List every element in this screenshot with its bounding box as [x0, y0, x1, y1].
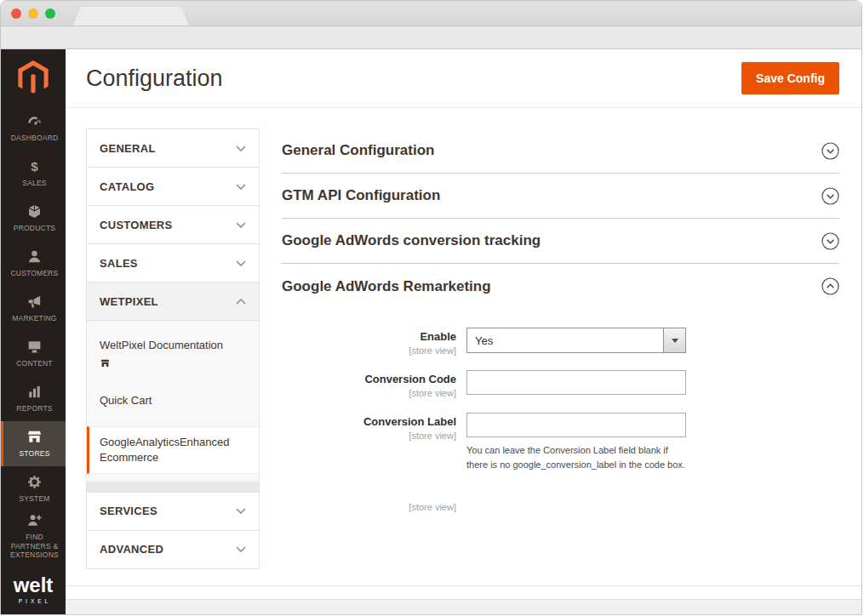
stores-icon: [26, 429, 43, 445]
minimize-window-button[interactable]: [28, 9, 38, 19]
chevron-down-icon: [236, 184, 246, 190]
config-nav-item-googleanalytics-enhanced-ecommerce[interactable]: GoogleAnalyticsEnhanced Ecommerce: [87, 426, 259, 474]
sidebar-item-system[interactable]: SYSTEM: [1, 466, 66, 511]
config-nav-section-sales[interactable]: SALES: [87, 244, 259, 282]
scope-label: [store view]: [282, 388, 456, 398]
enable-select-value: Yes: [475, 334, 493, 347]
config-nav-item-quick-cart[interactable]: Quick Cart: [87, 393, 259, 408]
browser-titlebar: [1, 1, 861, 26]
conversion-label-input[interactable]: [466, 413, 686, 437]
config-form-area: General Configuration GTM API Configurat…: [282, 128, 841, 585]
content-icon: [26, 339, 43, 355]
section-gtm-api-configuration[interactable]: GTM API Configuration: [282, 174, 839, 219]
admin-app: DASHBOARD $ SALES PRODUCTS: [1, 49, 861, 614]
field-row-enable: Enable [store view] Yes: [282, 328, 839, 356]
window-controls: [11, 9, 55, 19]
customers-icon: [26, 248, 43, 265]
chevron-down-icon: [236, 508, 246, 514]
magento-logo[interactable]: [1, 49, 66, 106]
marketing-icon: [26, 294, 43, 310]
browser-toolbar: [1, 26, 861, 49]
chevron-down-icon: [236, 222, 246, 228]
enable-select[interactable]: Yes: [466, 328, 686, 353]
chevron-circle-up-icon: [821, 277, 839, 295]
sidebar-item-find-partners[interactable]: FIND PARTNERS & EXTENSIONS: [1, 511, 66, 561]
close-window-button[interactable]: [11, 9, 21, 19]
remarketing-form: Enable [store view] Yes: [282, 309, 839, 512]
field-label-conversion-code: Conversion Code [store view]: [282, 370, 456, 398]
chevron-up-icon: [236, 299, 246, 305]
wetpixel-subpanel: WeltPixel Documentation Quick Cart: [87, 321, 259, 493]
browser-window: DASHBOARD $ SALES PRODUCTS: [0, 0, 862, 615]
config-nav-section-services[interactable]: SERVICES: [87, 493, 259, 531]
chevron-circle-down-icon: [821, 232, 839, 250]
field-row-conversion-label: Conversion Label [store view] You can le…: [282, 413, 839, 471]
field-label-conversion-label: Conversion Label [store view]: [282, 413, 456, 471]
system-icon: [26, 474, 43, 490]
sidebar-item-stores[interactable]: STORES: [1, 421, 66, 466]
section-general-configuration[interactable]: General Configuration: [282, 128, 839, 174]
scope-label: [store view]: [282, 345, 456, 356]
config-nav-section-general[interactable]: GENERAL: [87, 129, 259, 168]
scope-label: [store view]: [282, 502, 456, 512]
footer-bar: [66, 599, 861, 614]
main-area: Configuration Save Config GENERAL CATALO…: [66, 49, 861, 614]
chevron-circle-down-icon: [821, 142, 839, 160]
section-google-adwords-conversion-tracking[interactable]: Google AdWords conversion tracking: [282, 219, 839, 264]
page-title: Configuration: [86, 66, 223, 92]
config-nav-section-wetpixel[interactable]: WETPIXEL: [87, 282, 259, 321]
svg-text:$: $: [31, 159, 38, 174]
section-google-adwords-remarketing[interactable]: Google AdWords Remarketing: [282, 264, 839, 309]
chevron-down-icon: [236, 546, 246, 552]
zoom-window-button[interactable]: [45, 9, 55, 19]
browser-tab[interactable]: [73, 7, 189, 26]
magento-logo-icon: [18, 60, 49, 94]
config-nav: GENERAL CATALOG CUSTOMERS: [86, 128, 260, 569]
field-row-extra-scope: [store view]: [282, 497, 839, 512]
field-row-conversion-code: Conversion Code [store view]: [282, 370, 839, 398]
sidebar-item-products[interactable]: PRODUCTS: [1, 196, 66, 241]
admin-sidebar: DASHBOARD $ SALES PRODUCTS: [1, 49, 66, 614]
weltpixel-logo: welt PIXEL: [1, 568, 66, 614]
page-header: Configuration Save Config: [66, 49, 861, 108]
scope-label: [store view]: [282, 431, 456, 441]
save-config-button[interactable]: Save Config: [741, 62, 839, 94]
conversion-code-input[interactable]: [466, 370, 686, 395]
sidebar-item-content[interactable]: CONTENT: [1, 331, 66, 376]
field-label-enable: Enable [store view]: [282, 328, 456, 356]
config-content: GENERAL CATALOG CUSTOMERS: [66, 108, 861, 585]
sales-icon: $: [26, 158, 43, 174]
select-arrow-icon[interactable]: [663, 328, 685, 352]
chevron-down-icon: [236, 260, 246, 266]
sidebar-item-dashboard[interactable]: DASHBOARD: [1, 106, 66, 151]
chevron-circle-down-icon: [821, 187, 839, 205]
subpanel-bottom-strip: [87, 482, 259, 492]
reports-icon: [26, 384, 43, 400]
config-nav-section-customers[interactable]: CUSTOMERS: [87, 206, 259, 244]
sidebar-item-marketing[interactable]: MARKETING: [1, 286, 66, 331]
store-icon: [100, 357, 246, 373]
config-nav-section-advanced[interactable]: ADVANCED: [87, 531, 259, 569]
config-nav-item-weltpixel-documentation[interactable]: WeltPixel Documentation: [87, 338, 259, 373]
sidebar-item-reports[interactable]: REPORTS: [1, 376, 66, 421]
conversion-label-note: You can leave the Conversion Label field…: [466, 443, 688, 471]
dashboard-icon: [26, 113, 43, 129]
products-icon: [26, 203, 43, 220]
sidebar-item-customers[interactable]: CUSTOMERS: [1, 241, 66, 286]
config-nav-section-catalog[interactable]: CATALOG: [87, 168, 259, 206]
find-partners-icon: [26, 512, 43, 528]
footer-divider: [66, 585, 861, 599]
sidebar-item-sales[interactable]: $ SALES: [1, 151, 66, 196]
chevron-down-icon: [236, 145, 246, 151]
